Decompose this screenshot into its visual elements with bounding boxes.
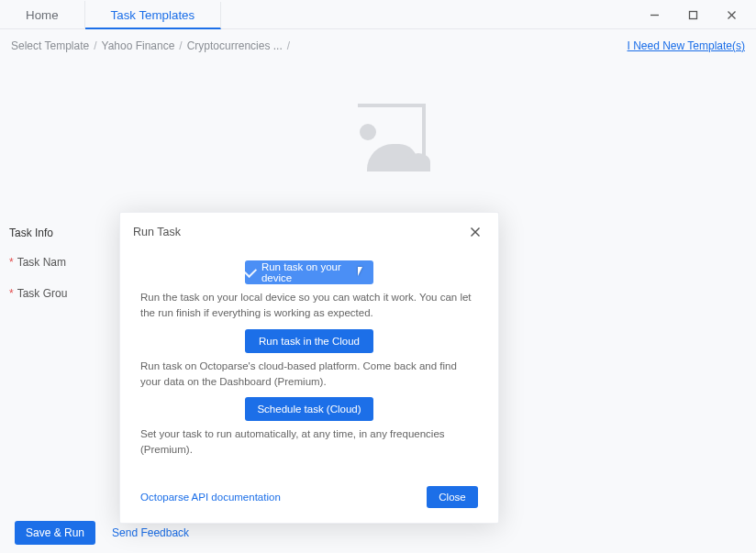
modal-close-icon[interactable]: [465, 222, 485, 242]
breadcrumb: Select Template / Yahoo Finance / Crypto…: [0, 30, 756, 61]
run-cloud-description: Run task on Octoparse's cloud-based plat…: [140, 359, 478, 391]
window-controls: [635, 1, 756, 28]
schedule-task-cloud-button[interactable]: Schedule task (Cloud): [245, 397, 373, 421]
template-image-placeholder: [323, 98, 433, 181]
task-group-label: Task Grou: [17, 287, 68, 300]
breadcrumb-separator: /: [287, 39, 290, 52]
breadcrumb-separator: /: [94, 39, 96, 52]
modal-close-button[interactable]: Close: [427, 486, 478, 508]
run-device-description: Run the task on your local device so you…: [140, 290, 478, 322]
send-feedback-link[interactable]: Send Feedback: [112, 526, 189, 539]
run-task-cloud-button[interactable]: Run task in the Cloud: [245, 329, 373, 353]
modal-title: Run Task: [133, 226, 181, 238]
breadcrumb-cryptocurrencies[interactable]: Cryptocurrencies ...: [187, 39, 283, 52]
required-asterisk: *: [9, 256, 14, 269]
need-new-templates-link[interactable]: I Need New Template(s): [628, 39, 746, 52]
breadcrumb-select-template[interactable]: Select Template: [11, 39, 89, 52]
required-asterisk: *: [9, 287, 14, 300]
run-task-modal: Run Task Run task on your device Run the…: [119, 212, 499, 524]
maximize-button[interactable]: [673, 2, 712, 28]
cursor-icon: [358, 267, 366, 279]
minimize-button[interactable]: [635, 2, 673, 28]
close-window-button[interactable]: [712, 2, 750, 28]
breadcrumb-separator: /: [179, 39, 182, 52]
task-name-label: Task Nam: [17, 256, 66, 269]
main-tabs: Home Task Templates: [0, 0, 756, 29]
breadcrumb-yahoo-finance[interactable]: Yahoo Finance: [102, 39, 175, 52]
svg-rect-1: [689, 11, 696, 18]
tab-home[interactable]: Home: [0, 1, 85, 28]
tab-task-templates[interactable]: Task Templates: [85, 2, 222, 29]
save-and-run-button[interactable]: Save & Run: [15, 521, 95, 545]
api-documentation-link[interactable]: Octoparse API documentation: [140, 492, 281, 503]
schedule-description: Set your task to run automatically, at a…: [140, 426, 478, 459]
run-task-on-device-button[interactable]: Run task on your device: [245, 260, 373, 284]
